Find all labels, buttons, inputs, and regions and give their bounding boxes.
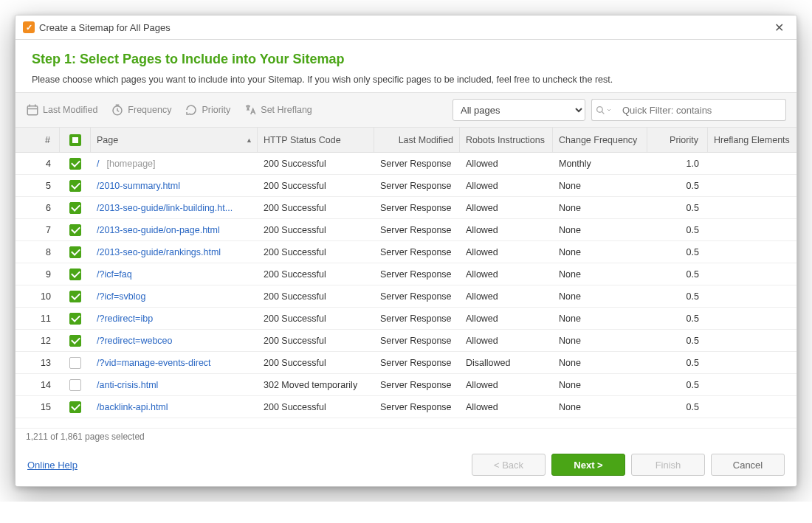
table-row[interactable]: 13/?vid=manage-events-direct200 Successf… [16, 352, 796, 374]
col-header-priority[interactable]: Priority [647, 128, 708, 152]
cell-robots: Allowed [460, 402, 553, 412]
cell-priority: 0.5 [647, 203, 708, 213]
select-all-checkbox[interactable] [69, 134, 81, 146]
table-row[interactable]: 4/[homepage]200 SuccessfulServer Respons… [16, 153, 796, 175]
table-row[interactable]: 7/2013-seo-guide/on-page.html200 Success… [16, 219, 796, 241]
col-header-lastmod[interactable]: Last Modified [374, 128, 460, 152]
col-header-status[interactable]: HTTP Status Code [258, 128, 374, 152]
cell-frequency: None [553, 247, 647, 257]
cell-status: 200 Successful [258, 291, 374, 302]
cell-page: /backlink-api.html [91, 402, 258, 412]
table-row[interactable]: 6/2013-seo-guide/link-building.ht...200 … [16, 197, 796, 219]
back-button[interactable]: < Back [472, 454, 546, 476]
cell-priority: 0.5 [647, 269, 708, 280]
cell-robots: Allowed [460, 269, 553, 280]
online-help-link[interactable]: Online Help [27, 460, 78, 471]
page-link[interactable]: /anti-crisis.html [97, 380, 158, 390]
cell-frequency: None [553, 402, 647, 412]
next-button[interactable]: Next > [551, 454, 625, 476]
table-row[interactable]: 8/2013-seo-guide/rankings.html200 Succes… [16, 241, 796, 263]
col-header-frequency[interactable]: Change Frequency [553, 128, 647, 152]
row-checkbox[interactable] [69, 313, 81, 325]
row-checkbox[interactable] [69, 202, 81, 214]
table-row[interactable]: 12/?redirect=webceo200 SuccessfulServer … [16, 330, 796, 352]
cell-num: 11 [16, 314, 60, 324]
page-link[interactable]: /?icf=svblog [97, 291, 145, 302]
row-checkbox[interactable] [69, 269, 81, 280]
cell-status: 200 Successful [258, 358, 374, 368]
last-modified-tool[interactable]: Last Modified [26, 103, 97, 117]
row-checkbox[interactable] [69, 335, 81, 347]
cell-status: 200 Successful [258, 336, 374, 346]
row-checkbox[interactable] [69, 246, 81, 258]
col-header-page[interactable]: Page▲ [91, 128, 258, 152]
cancel-button[interactable]: Cancel [711, 454, 785, 476]
priority-tool[interactable]: Priority [185, 103, 230, 117]
cell-select [60, 269, 91, 280]
chevron-down-icon [606, 107, 612, 113]
cell-num: 6 [16, 203, 60, 213]
col-header-robots[interactable]: Robots Instructions [460, 128, 553, 152]
row-checkbox[interactable] [69, 291, 81, 302]
cell-page: /2013-seo-guide/link-building.ht... [91, 203, 258, 213]
cell-lastmod: Server Response [374, 203, 460, 213]
cell-frequency: None [553, 269, 647, 280]
col-header-num[interactable]: # [16, 128, 60, 152]
table-row[interactable]: 9/?icf=faq200 SuccessfulServer ResponseA… [16, 263, 796, 285]
cell-page: /anti-crisis.html [91, 380, 258, 390]
table-row[interactable]: 10/?icf=svblog200 SuccessfulServer Respo… [16, 285, 796, 308]
table-row[interactable]: 14/anti-crisis.html302 Moved temporarily… [16, 374, 796, 396]
cell-priority: 0.5 [647, 402, 708, 412]
row-checkbox[interactable] [69, 158, 81, 170]
page-link[interactable]: /?redirect=ibp [97, 314, 153, 324]
row-checkbox[interactable] [69, 180, 81, 192]
page-link[interactable]: /?redirect=webceo [97, 336, 173, 346]
sort-asc-icon: ▲ [246, 136, 252, 144]
cell-page: /2010-summary.html [91, 181, 258, 191]
page-link[interactable]: /?icf=faq [97, 269, 132, 280]
cell-priority: 0.5 [647, 181, 708, 191]
pages-filter-select[interactable]: All pages [453, 99, 585, 121]
frequency-tool[interactable]: Frequency [111, 103, 171, 117]
table-row[interactable]: 5/2010-summary.html200 SuccessfulServer … [16, 175, 796, 197]
cell-frequency: None [553, 291, 647, 302]
titlebar: ✓ Create a Sitemap for All Pages ✕ [16, 15, 796, 40]
homepage-label: [homepage] [106, 159, 155, 169]
translate-icon [244, 103, 257, 117]
col-header-hreflang[interactable]: Hreflang Elements [708, 128, 788, 152]
cell-status: 200 Successful [258, 225, 374, 235]
col-header-select[interactable] [60, 128, 91, 152]
cell-status: 200 Successful [258, 181, 374, 191]
row-checkbox[interactable] [69, 379, 81, 391]
table-row[interactable]: 11/?redirect=ibp200 SuccessfulServer Res… [16, 308, 796, 330]
page-link[interactable]: /2013-seo-guide/link-building.ht... [97, 203, 233, 213]
cell-priority: 0.5 [647, 358, 708, 368]
cell-status: 200 Successful [258, 402, 374, 412]
cell-select [60, 379, 91, 391]
page-link[interactable]: /2013-seo-guide/rankings.html [97, 247, 221, 257]
cell-select [60, 401, 91, 413]
page-link[interactable]: /backlink-api.html [97, 402, 168, 412]
cell-robots: Disallowed [460, 358, 553, 368]
page-link[interactable]: /?vid=manage-events-direct [97, 358, 211, 368]
pages-grid[interactable]: # Page▲ HTTP Status Code Last Modified R… [16, 128, 796, 428]
cell-page: /?redirect=webceo [91, 336, 258, 346]
set-hreflang-tool[interactable]: Set Hreflang [244, 103, 312, 117]
row-checkbox[interactable] [69, 224, 81, 236]
row-checkbox[interactable] [69, 401, 81, 413]
close-icon[interactable]: ✕ [768, 20, 789, 35]
cell-page: /2013-seo-guide/rankings.html [91, 247, 258, 257]
cell-select [60, 180, 91, 192]
cell-num: 8 [16, 247, 60, 257]
finish-button[interactable]: Finish [631, 454, 705, 476]
page-link[interactable]: / [97, 159, 99, 169]
search-button[interactable] [591, 99, 616, 121]
cell-robots: Allowed [460, 336, 553, 346]
cell-num: 5 [16, 181, 60, 191]
search-input[interactable] [616, 99, 786, 121]
page-link[interactable]: /2010-summary.html [97, 181, 180, 191]
grid-header: # Page▲ HTTP Status Code Last Modified R… [16, 128, 796, 153]
row-checkbox[interactable] [69, 357, 81, 369]
page-link[interactable]: /2013-seo-guide/on-page.html [97, 225, 220, 235]
table-row[interactable]: 15/backlink-api.html200 SuccessfulServer… [16, 396, 796, 418]
